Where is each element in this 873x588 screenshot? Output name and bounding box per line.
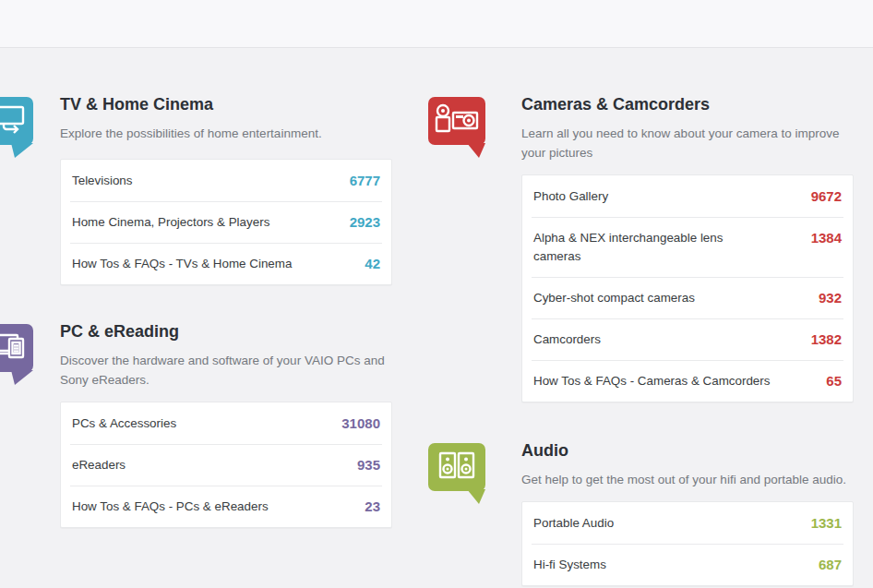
board-label: Televisions bbox=[72, 172, 133, 190]
category-description: Learn all you need to know about your ca… bbox=[521, 124, 854, 162]
category-description: Explore the possibilities of home entert… bbox=[60, 124, 392, 143]
tv-icon bbox=[0, 97, 46, 163]
board-label: Cyber-shot compact cameras bbox=[533, 289, 695, 307]
board-list: Photo Gallery 9672 Alpha & NEX interchan… bbox=[521, 174, 854, 402]
board-count: 6777 bbox=[350, 172, 380, 190]
board-label: Portable Audio bbox=[533, 514, 614, 533]
board-count: 31080 bbox=[341, 414, 380, 433]
top-bar bbox=[0, 0, 873, 48]
board-count: 1384 bbox=[811, 229, 842, 247]
board-label: Hi-fi Systems bbox=[533, 556, 606, 574]
board-count: 65 bbox=[826, 372, 842, 390]
category-tv-home-cinema: TV & Home Cinema Explore the possibiliti… bbox=[60, 93, 392, 285]
pc-icon bbox=[0, 324, 46, 390]
category-title[interactable]: PC & eReading bbox=[60, 320, 392, 342]
pc-speech-bubble-icon[interactable] bbox=[0, 324, 46, 390]
category-description: Get help to get the most out of your hif… bbox=[521, 470, 854, 489]
board-label: How Tos & FAQs - TVs & Home Cinema bbox=[72, 255, 292, 273]
board-row-pcs-accessories[interactable]: PCs & Accessories 31080 bbox=[61, 402, 391, 444]
board-row-cybershot[interactable]: Cyber-shot compact cameras 932 bbox=[522, 277, 853, 318]
board-row-portable-audio[interactable]: Portable Audio 1331 bbox=[522, 502, 853, 544]
community-categories-page: TV & Home Cinema Explore the possibiliti… bbox=[0, 0, 873, 588]
category-pc-ereading: PC & eReading Discover the hardware and … bbox=[60, 320, 392, 528]
audio-speech-bubble-icon[interactable] bbox=[428, 443, 498, 510]
board-label: How Tos & FAQs - PCs & eReaders bbox=[72, 498, 269, 516]
camera-icon bbox=[428, 97, 498, 163]
board-label: How Tos & FAQs - Cameras & Camcorders bbox=[533, 372, 770, 390]
board-count: 9672 bbox=[811, 187, 842, 206]
board-row-howtos-cameras[interactable]: How Tos & FAQs - Cameras & Camcorders 65 bbox=[522, 360, 853, 402]
board-row-alpha-nex[interactable]: Alpha & NEX interchangeable lens cameras… bbox=[522, 217, 853, 277]
board-label: Alpha & NEX interchangeable lens cameras bbox=[533, 229, 771, 266]
speakers-icon bbox=[428, 443, 498, 510]
board-list: PCs & Accessories 31080 eReaders 935 How… bbox=[60, 402, 392, 528]
board-row-photo-gallery[interactable]: Photo Gallery 9672 bbox=[522, 175, 853, 217]
category-title[interactable]: Audio bbox=[521, 439, 854, 462]
category-title[interactable]: Cameras & Camcorders bbox=[521, 93, 854, 115]
tv-speech-bubble-icon[interactable] bbox=[0, 97, 46, 163]
board-row-home-cinema[interactable]: Home Cinema, Projectors & Players 2923 bbox=[61, 201, 391, 243]
board-count: 2923 bbox=[350, 213, 380, 232]
board-count: 932 bbox=[819, 289, 842, 307]
camera-speech-bubble-icon[interactable] bbox=[428, 97, 498, 163]
board-row-camcorders[interactable]: Camcorders 1382 bbox=[522, 318, 853, 360]
board-count: 935 bbox=[357, 456, 380, 474]
board-count: 1331 bbox=[811, 514, 842, 533]
board-count: 1382 bbox=[811, 330, 842, 349]
category-audio: Audio Get help to get the most out of yo… bbox=[521, 439, 854, 586]
board-count: 23 bbox=[365, 498, 380, 516]
board-count: 687 bbox=[819, 556, 842, 574]
board-list: Portable Audio 1331 Hi-fi Systems 687 bbox=[521, 501, 854, 586]
board-count: 42 bbox=[365, 255, 380, 273]
board-row-ereaders[interactable]: eReaders 935 bbox=[61, 444, 391, 486]
board-label: Camcorders bbox=[533, 330, 601, 349]
board-list: Televisions 6777 Home Cinema, Projectors… bbox=[60, 159, 392, 285]
board-row-howtos-pcs[interactable]: How Tos & FAQs - PCs & eReaders 23 bbox=[61, 486, 391, 527]
board-row-hifi-systems[interactable]: Hi-fi Systems 687 bbox=[522, 544, 853, 585]
board-label: Home Cinema, Projectors & Players bbox=[72, 213, 269, 232]
board-label: eReaders bbox=[72, 456, 126, 474]
category-description: Discover the hardware and software of yo… bbox=[60, 351, 392, 390]
category-cameras-camcorders: Cameras & Camcorders Learn all you need … bbox=[521, 93, 854, 402]
board-label: PCs & Accessories bbox=[72, 414, 176, 433]
board-label: Photo Gallery bbox=[533, 187, 608, 206]
board-row-televisions[interactable]: Televisions 6777 bbox=[61, 160, 391, 201]
category-title[interactable]: TV & Home Cinema bbox=[60, 93, 392, 115]
board-row-howtos-tv[interactable]: How Tos & FAQs - TVs & Home Cinema 42 bbox=[61, 243, 391, 284]
